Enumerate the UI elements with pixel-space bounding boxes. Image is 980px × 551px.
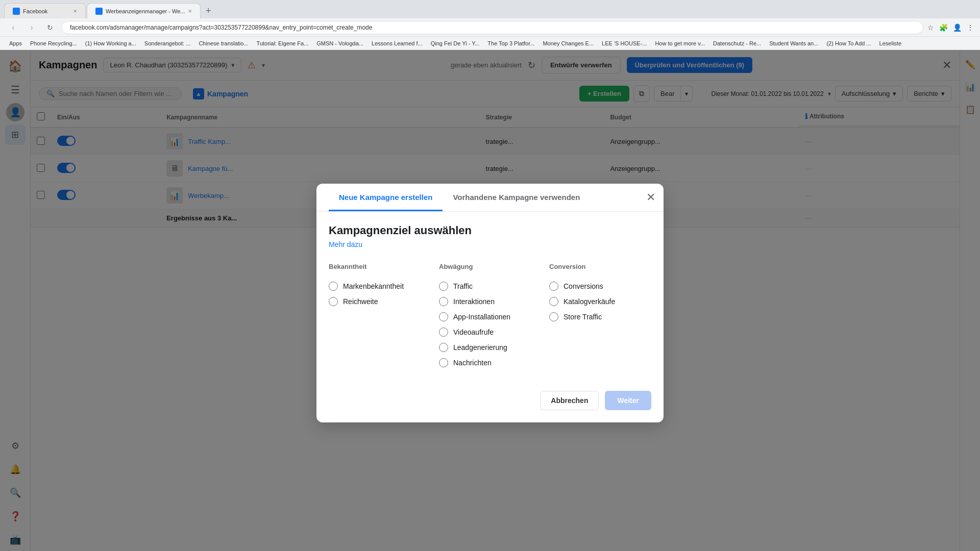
tab-title-2: Werbeanzeigenmanager - We...	[106, 8, 185, 14]
radio-label-nachrichten: Nachrichten	[453, 359, 492, 367]
browser-user-actions: ☆ 🧩 👤 ⋮	[927, 23, 974, 32]
column-header-bekanntheit: Bekanntheit	[329, 263, 431, 270]
column-header-abwagung: Abwägung	[439, 263, 541, 270]
radio-option-markenbekanntheit[interactable]: Markenbekanntheit	[329, 279, 431, 294]
address-bar[interactable]: facebook.com/adsmanager/manage/campaigns…	[61, 21, 923, 34]
tab-new-campaign[interactable]: Neue Kampagne erstellen	[329, 184, 443, 211]
bookmarks-bar: Apps Phone Recycling... (1) How Working …	[0, 37, 980, 50]
bookmark-howget[interactable]: How to get more v...	[652, 39, 708, 47]
bookmark-tutorial[interactable]: Tutorial: Eigene Fa...	[254, 39, 312, 47]
extensions-icon[interactable]: 🧩	[939, 23, 948, 32]
radio-conversions[interactable]	[549, 282, 558, 291]
radio-option-nachrichten[interactable]: Nachrichten	[439, 355, 541, 370]
radio-option-katalogverkaufe[interactable]: Katalogverkäufe	[549, 294, 651, 309]
modal-column-abwagung: Abwägung Traffic Interaktionen App-Insta…	[439, 263, 549, 370]
tab-title: Facebook	[23, 8, 47, 14]
modal-column-bekanntheit: Bekanntheit Markenbekanntheit Reichweite	[329, 263, 439, 309]
radio-option-leadgenerierung[interactable]: Leadgenerierung	[439, 340, 541, 355]
radio-katalogverkaufe[interactable]	[549, 297, 558, 306]
radio-option-reichweite[interactable]: Reichweite	[329, 294, 431, 309]
radio-option-interaktionen[interactable]: Interaktionen	[439, 294, 541, 309]
bookmark-chinese[interactable]: Chinese translatio...	[195, 39, 251, 47]
modal-columns: Bekanntheit Markenbekanntheit Reichweite…	[329, 263, 651, 370]
modal-dialog: Neue Kampagne erstellen Vorhandene Kampa…	[316, 184, 664, 422]
radio-option-app-installationen[interactable]: App-Installationen	[439, 309, 541, 324]
radio-label-traffic: Traffic	[453, 282, 473, 290]
tab-favicon	[13, 8, 20, 15]
bookmark-qing[interactable]: Qing Fei De Yi - Y...	[428, 39, 483, 47]
radio-option-conversions[interactable]: Conversions	[549, 279, 651, 294]
modal-tab-header: Neue Kampagne erstellen Vorhandene Kampa…	[316, 184, 664, 212]
bookmark-lessons[interactable]: Lessons Learned f...	[369, 39, 426, 47]
modal-more-link[interactable]: Mehr dazu	[329, 240, 651, 248]
radio-label-store-traffic: Store Traffic	[564, 313, 602, 321]
bookmark-phone[interactable]: Phone Recycling...	[27, 39, 80, 47]
modal-close-button[interactable]: ✕	[646, 191, 655, 204]
bookmark-working[interactable]: (1) How Working a...	[82, 39, 139, 47]
tab-close-icon-2[interactable]: ×	[188, 7, 192, 15]
radio-leadgenerierung[interactable]	[439, 343, 448, 352]
browser-toolbar: ‹ › ↻ facebook.com/adsmanager/manage/cam…	[0, 18, 980, 37]
radio-interaktionen[interactable]	[439, 297, 448, 306]
bookmark-lee[interactable]: LEE 'S HOUSE-...	[599, 39, 650, 47]
bookmark-top3[interactable]: The Top 3 Platfor...	[484, 39, 537, 47]
browser-chrome: Facebook × Werbeanzeigenmanager - We... …	[0, 0, 980, 37]
radio-label-videoaufrufe: Videoaufrufe	[453, 328, 494, 336]
bookmark-leseliste[interactable]: Leseliste	[876, 39, 904, 47]
bookmark-datenschutz[interactable]: Datenschutz - Re...	[710, 39, 764, 47]
radio-label-reichweite: Reichweite	[343, 297, 378, 306]
radio-option-store-traffic[interactable]: Store Traffic	[549, 309, 651, 324]
radio-traffic[interactable]	[439, 282, 448, 291]
radio-videoaufrufe[interactable]	[439, 328, 448, 337]
browser-tabs-bar: Facebook × Werbeanzeigenmanager - We... …	[0, 0, 980, 18]
bookmark-gmsn[interactable]: GMSN - Vologda...	[313, 39, 366, 47]
menu-icon[interactable]: ⋮	[967, 23, 974, 32]
bookmark-howtoadd[interactable]: (2) How To Add ...	[823, 39, 874, 47]
radio-store-traffic[interactable]	[549, 312, 558, 321]
radio-nachrichten[interactable]	[439, 358, 448, 367]
radio-option-traffic[interactable]: Traffic	[439, 279, 541, 294]
modal-title: Kampagnenziel auswählen	[329, 224, 651, 237]
profile-icon[interactable]: 👤	[953, 23, 962, 32]
bookmark-sonder[interactable]: Sonderangebot: ...	[141, 39, 194, 47]
nav-forward-button[interactable]: ›	[24, 20, 39, 35]
tab-existing-campaign[interactable]: Vorhandene Kampagne verwenden	[443, 184, 590, 211]
column-header-conversion: Conversion	[549, 263, 651, 270]
star-icon[interactable]: ☆	[927, 23, 934, 32]
radio-app-installationen[interactable]	[439, 312, 448, 321]
radio-option-videoaufrufe[interactable]: Videoaufrufe	[439, 324, 541, 340]
bookmark-student[interactable]: Student Wants an...	[766, 39, 821, 47]
radio-label-interaktionen: Interaktionen	[453, 297, 495, 306]
tab-favicon-2	[95, 8, 103, 15]
tab-werbeanzeigen[interactable]: Werbeanzeigenmanager - We... ×	[87, 3, 201, 18]
nav-refresh-button[interactable]: ↻	[43, 20, 57, 35]
radio-label-leadgenerierung: Leadgenerierung	[453, 343, 507, 352]
tab-close-icon[interactable]: ×	[73, 7, 77, 15]
new-tab-button[interactable]: +	[202, 4, 215, 18]
bookmark-money[interactable]: Money Changes E...	[540, 39, 597, 47]
cancel-button[interactable]: Abbrechen	[540, 391, 599, 410]
modal-footer: Abbrechen Weiter	[316, 383, 664, 422]
next-button[interactable]: Weiter	[605, 391, 651, 410]
modal-overlay: Neue Kampagne erstellen Vorhandene Kampa…	[0, 50, 980, 551]
modal-body: Kampagnenziel auswählen Mehr dazu Bekann…	[316, 212, 664, 383]
radio-label-conversions: Conversions	[564, 282, 603, 290]
modal-column-conversion: Conversion Conversions Katalogverkäufe S…	[549, 263, 651, 324]
tab-facebook[interactable]: Facebook ×	[4, 3, 86, 18]
radio-label-markenbekanntheit: Markenbekanntheit	[343, 282, 404, 290]
radio-reichweite[interactable]	[329, 297, 338, 306]
radio-markenbekanntheit[interactable]	[329, 282, 338, 291]
radio-label-app-installationen: App-Installationen	[453, 313, 510, 321]
nav-back-button[interactable]: ‹	[6, 20, 20, 35]
bookmark-apps[interactable]: Apps	[6, 39, 25, 47]
radio-label-katalogverkaufe: Katalogverkäufe	[564, 297, 615, 306]
app-layout: 🏠 ☰ 👤 ⊞ ⚙ 🔔 🔍 ❓ 📺 Kampagnen Leon R. Chau…	[0, 50, 980, 551]
